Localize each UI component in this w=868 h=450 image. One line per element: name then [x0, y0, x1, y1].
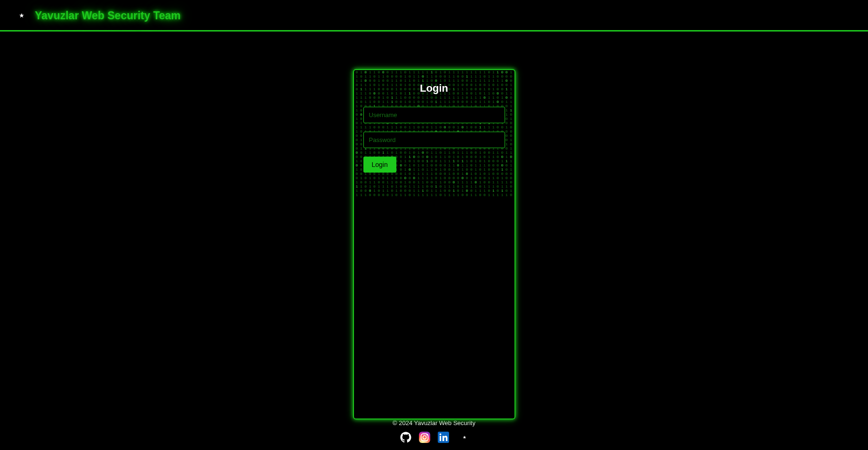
page-title: Yavuzlar Web Security Team — [35, 9, 181, 22]
linkedin-icon[interactable] — [437, 431, 450, 443]
svg-rect-1 — [419, 432, 430, 443]
moon-star-icon[interactable] — [456, 431, 468, 443]
github-icon[interactable] — [400, 431, 412, 443]
svg-rect-6 — [440, 436, 441, 441]
login-card: 0 1 1 0 0 1 1 1 1 1 0 1 0 1 1 0 0 0 0 0 … — [353, 69, 515, 419]
password-input[interactable] — [363, 132, 505, 148]
login-button[interactable]: Login — [363, 157, 396, 173]
instagram-icon[interactable] — [418, 431, 431, 443]
moon-star-icon — [10, 8, 26, 24]
footer: © 2024 Yavuzlar Web Security — [0, 419, 868, 450]
svg-point-4 — [426, 434, 427, 435]
footer-copyright: © 2024 Yavuzlar Web Security — [0, 419, 868, 426]
svg-marker-8 — [463, 436, 466, 439]
header: Yavuzlar Web Security Team — [0, 0, 868, 32]
username-input[interactable] — [363, 107, 505, 123]
svg-marker-0 — [19, 13, 24, 18]
login-title: Login — [363, 82, 505, 95]
footer-icons — [0, 431, 868, 443]
main: 0 1 1 0 0 1 1 1 1 1 0 1 0 1 1 0 0 0 0 0 … — [0, 32, 868, 419]
svg-point-7 — [440, 434, 442, 435]
